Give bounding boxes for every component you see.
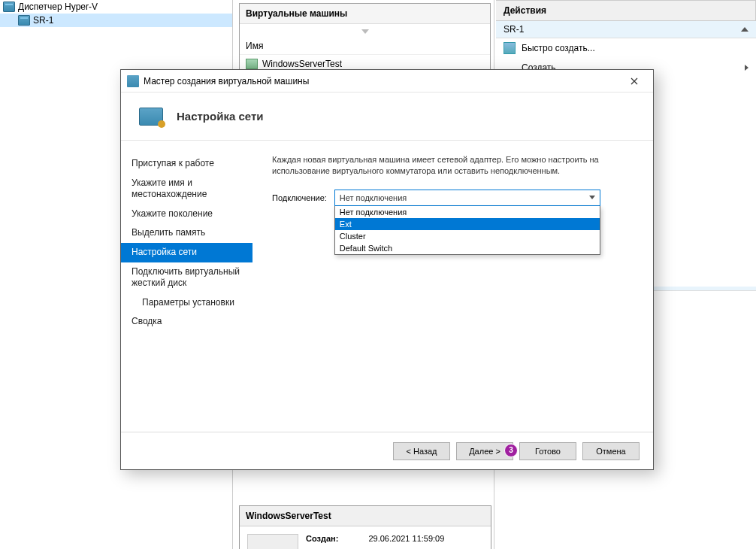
wizard-window-title: Мастер создания виртуальной машины	[144, 76, 309, 86]
combo-display: Нет подключения	[334, 190, 600, 206]
wizard-page-title: Настройка сети	[177, 110, 263, 123]
wizard-titlebar[interactable]: Мастер создания виртуальной машины	[121, 70, 653, 93]
wizard-content: Каждая новая виртуальная машина имеет се…	[253, 141, 653, 432]
annotation-badge-3: 3	[504, 444, 518, 457]
connection-combobox[interactable]: Нет подключения Нет подключения Ext Clus…	[334, 190, 600, 206]
vm-name: WindowsServerTest	[262, 59, 342, 69]
tree-root-label: Диспетчер Hyper-V	[18, 2, 98, 12]
content-description: Каждая новая виртуальная машина имеет се…	[272, 154, 634, 177]
created-label: Создан:	[306, 534, 338, 549]
combo-option-ext[interactable]: Ext	[335, 218, 600, 230]
combo-selected: Нет подключения	[340, 193, 407, 202]
nav-specify-generation[interactable]: Укажите поколение	[121, 205, 253, 224]
vm-panel-title: Виртуальные машины	[240, 4, 490, 24]
connection-label: Подключение:	[272, 193, 327, 202]
wizard-title-icon	[127, 75, 139, 87]
vm-detail-panel: WindowsServerTest Создан: 29.06.2021 11:…	[239, 505, 491, 549]
actions-node-label: SR-1	[503, 24, 524, 35]
tree-node-sr1[interactable]: SR-1	[0, 14, 232, 27]
nav-installation-options[interactable]: Параметры установки	[121, 293, 253, 313]
nav-summary[interactable]: Сводка	[121, 312, 253, 332]
finish-button[interactable]: Готово	[519, 442, 576, 460]
hyperv-manager-icon	[3, 2, 15, 12]
wizard-nav: Приступая к работе Укажите имя и местона…	[121, 141, 253, 432]
wizard-page-header: Настройка сети	[121, 93, 653, 141]
actions-title: Действия	[496, 0, 756, 21]
wizard-header-icon	[139, 108, 163, 126]
combo-option-none[interactable]: Нет подключения	[335, 206, 600, 218]
nav-specify-name[interactable]: Укажите имя и местонахождение	[121, 174, 253, 205]
wizard-footer: < Назад Далее > 3 Готово Отмена	[121, 432, 653, 469]
tree-node-label: SR-1	[33, 15, 53, 26]
submenu-caret-icon	[745, 65, 748, 71]
vm-thumbnail	[247, 534, 298, 549]
quick-create-icon	[503, 42, 516, 54]
sort-indicator-icon	[361, 29, 369, 34]
chevron-down-icon	[589, 196, 595, 199]
combo-dropdown: Нет подключения Ext Cluster Default Swit…	[334, 206, 600, 255]
vm-wizard-dialog: Мастер создания виртуальной машины Настр…	[120, 69, 654, 470]
vm-detail-title: WindowsServerTest	[240, 506, 491, 526]
combo-option-cluster[interactable]: Cluster	[335, 230, 600, 242]
back-button[interactable]: < Назад	[393, 442, 450, 460]
action-quick-create-label: Быстро создать...	[522, 43, 595, 53]
close-button[interactable]	[621, 73, 647, 89]
created-value: 29.06.2021 11:59:09	[368, 534, 444, 549]
tree-root[interactable]: Диспетчер Hyper-V	[0, 0, 232, 14]
cancel-button[interactable]: Отмена	[582, 442, 640, 460]
nav-configure-networking[interactable]: Настройка сети	[121, 243, 253, 262]
nav-assign-memory[interactable]: Выделить память	[121, 223, 253, 243]
vm-column-name[interactable]: Имя	[240, 38, 490, 55]
actions-node-header[interactable]: SR-1	[496, 21, 756, 38]
server-icon	[18, 15, 30, 26]
action-quick-create[interactable]: Быстро создать...	[496, 38, 756, 58]
nav-connect-vhd[interactable]: Подключить виртуальный жесткий диск	[121, 262, 253, 293]
close-icon	[631, 77, 638, 85]
vm-icon	[246, 59, 258, 69]
nav-before-you-begin[interactable]: Приступая к работе	[121, 154, 253, 174]
combo-option-default-switch[interactable]: Default Switch	[335, 242, 600, 254]
collapse-icon	[741, 27, 748, 32]
